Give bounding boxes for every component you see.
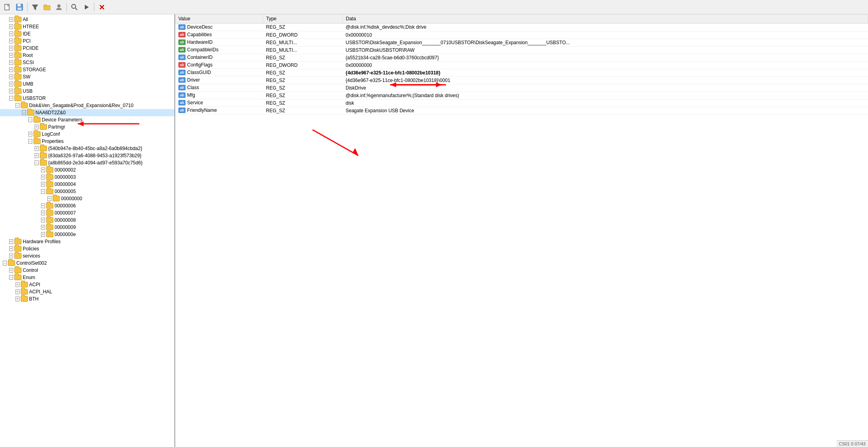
expander-umb[interactable] bbox=[8, 81, 14, 87]
expander-n00000002[interactable] bbox=[40, 167, 46, 173]
expander-bth[interactable] bbox=[14, 296, 21, 302]
expander-n00000005[interactable] bbox=[40, 188, 46, 195]
tree-item-n00000004[interactable]: 00000004 bbox=[0, 181, 174, 188]
col-value[interactable]: Value bbox=[175, 14, 263, 23]
expander-n00000006[interactable] bbox=[40, 203, 46, 209]
tree-item-device-params[interactable]: Device Parameters bbox=[0, 116, 174, 123]
expander-policies[interactable] bbox=[8, 246, 14, 252]
expander-htree[interactable] bbox=[8, 23, 14, 30]
tree-item-n0000000e[interactable]: 0000000e bbox=[0, 231, 174, 238]
tree-item-prop2[interactable]: {83da6326-97a6-4088-9453-a1923f573b29} bbox=[0, 152, 174, 159]
tree-item-pciide[interactable]: PCIIDE bbox=[0, 45, 174, 52]
expander-device-params[interactable] bbox=[27, 117, 33, 123]
tree-item-hardware-profiles[interactable]: Hardware Profiles bbox=[0, 238, 174, 245]
tree-item-properties[interactable]: Properties bbox=[0, 138, 174, 145]
expander-n0000000e[interactable] bbox=[40, 231, 46, 238]
expander-hardware-profiles[interactable] bbox=[8, 238, 14, 245]
col-type[interactable]: Type bbox=[263, 14, 342, 23]
tree-item-control[interactable]: Control bbox=[0, 267, 174, 274]
tree-item-pci[interactable]: PCI bbox=[0, 37, 174, 45]
expander-acpi-hal[interactable] bbox=[14, 289, 21, 295]
tree-item-storage[interactable]: STORAGE bbox=[0, 66, 174, 73]
expander-prop3[interactable] bbox=[33, 160, 40, 166]
toolbar-search-btn[interactable] bbox=[69, 2, 80, 12]
expander-properties[interactable] bbox=[27, 138, 33, 144]
expander-services[interactable] bbox=[8, 253, 14, 259]
expander-n00000004[interactable] bbox=[40, 181, 46, 187]
expander-n00000003[interactable] bbox=[40, 174, 46, 180]
tree-item-n00000005[interactable]: 00000005 bbox=[0, 188, 174, 195]
expander-logconf[interactable] bbox=[27, 131, 33, 137]
table-row-2[interactable]: abHardwareIDREG_MULTI...USBSTOR\DiskSeag… bbox=[175, 39, 868, 46]
toolbar-settings-btn[interactable] bbox=[97, 2, 107, 12]
tree-item-logconf[interactable]: LogConf bbox=[0, 131, 174, 138]
tree-item-n00000006[interactable]: 00000006 bbox=[0, 202, 174, 209]
tree-item-n00000002[interactable]: 00000002 bbox=[0, 166, 174, 174]
tree-item-controlset002[interactable]: ControlSet002 bbox=[0, 260, 174, 267]
tree-item-all[interactable]: All bbox=[0, 16, 174, 23]
tree-item-n00000003[interactable]: 00000003 bbox=[0, 174, 174, 181]
expander-n000000000[interactable] bbox=[46, 195, 53, 202]
tree-item-root[interactable]: Root bbox=[0, 52, 174, 59]
expander-control[interactable] bbox=[8, 267, 14, 273]
table-row-6[interactable]: abClassGUIDREG_SZ{4d36e967-e325-11ce-bfc… bbox=[175, 69, 868, 76]
table-row-8[interactable]: abClassREG_SZDiskDrive bbox=[175, 84, 868, 92]
expander-root[interactable] bbox=[8, 52, 14, 59]
expander-enum[interactable] bbox=[8, 274, 14, 281]
expander-ide[interactable] bbox=[8, 31, 14, 37]
expander-all[interactable] bbox=[8, 16, 14, 23]
expander-n00000007[interactable] bbox=[40, 210, 46, 216]
expander-scsi[interactable] bbox=[8, 59, 14, 66]
toolbar-user-btn[interactable] bbox=[54, 2, 64, 12]
tree-item-n00000009[interactable]: 00000009 bbox=[0, 224, 174, 231]
tree-item-services[interactable]: services bbox=[0, 252, 174, 260]
toolbar-filter-btn[interactable] bbox=[30, 2, 40, 12]
expander-disk-ven[interactable] bbox=[14, 102, 21, 109]
tree-item-enum[interactable]: Enum bbox=[0, 274, 174, 281]
expander-prop2[interactable] bbox=[33, 152, 40, 159]
tree-item-htree[interactable]: HTREE bbox=[0, 23, 174, 30]
table-row-11[interactable]: abFriendlyNameREG_SZSeagate Expansion US… bbox=[175, 107, 868, 114]
tree-item-scsi[interactable]: SCSI bbox=[0, 59, 174, 66]
expander-n00000008[interactable] bbox=[40, 217, 46, 223]
tree-item-usb[interactable]: USB bbox=[0, 88, 174, 95]
toolbar-new-btn[interactable] bbox=[2, 2, 13, 12]
toolbar-forward-btn[interactable] bbox=[81, 2, 92, 12]
tree-item-ide[interactable]: IDE bbox=[0, 30, 174, 37]
tree-item-bth[interactable]: BTH bbox=[0, 295, 174, 303]
tree-item-partmgr[interactable]: Partmgr bbox=[0, 123, 174, 131]
tree-item-n00000008[interactable]: 00000008 bbox=[0, 217, 174, 224]
expander-usbstor[interactable] bbox=[8, 95, 14, 102]
tree-item-prop3[interactable]: {a8b865dd-2e3d-4094-ad97-e593a70c75d6} bbox=[0, 159, 174, 166]
expander-storage[interactable] bbox=[8, 66, 14, 73]
tree-item-n00000007[interactable]: 00000007 bbox=[0, 209, 174, 217]
tree-item-sw[interactable]: SW bbox=[0, 73, 174, 80]
tree-item-naa6dt2z80[interactable]: NAA6DT2Z&0 bbox=[0, 109, 174, 116]
table-row-10[interactable]: abServiceREG_SZdisk bbox=[175, 99, 868, 107]
tree-item-acpi[interactable]: ACPI bbox=[0, 281, 174, 288]
expander-acpi[interactable] bbox=[14, 281, 21, 288]
expander-usb[interactable] bbox=[8, 88, 14, 94]
table-row-4[interactable]: abContainerIDREG_SZ{a5521b34-ca28-5cae-b… bbox=[175, 54, 868, 61]
table-row-9[interactable]: abMfgREG_SZ@disk.inf,%genmanufacturer%;(… bbox=[175, 92, 868, 99]
table-row-5[interactable]: abConfigFlagsREG_DWORD0x00000000 bbox=[175, 61, 868, 69]
tree-panel[interactable]: AllHTREEIDEPCIPCIIDERootSCSISTORAGESWUMB… bbox=[0, 14, 175, 447]
tree-item-n000000000[interactable]: 00000000 bbox=[0, 195, 174, 202]
tree-item-prop1[interactable]: {540b947e-8b40-45bc-a8a2-6a0b894cbda2} bbox=[0, 145, 174, 152]
expander-sw[interactable] bbox=[8, 74, 14, 80]
expander-n00000009[interactable] bbox=[40, 224, 46, 230]
col-data[interactable]: Data bbox=[342, 14, 868, 23]
toolbar-folder-btn[interactable] bbox=[42, 2, 52, 12]
tree-item-acpi-hal[interactable]: ACPI_HAL bbox=[0, 288, 174, 295]
table-row-3[interactable]: abCompatibleIDsREG_MULTI...USBSTOR\DiskU… bbox=[175, 46, 868, 54]
expander-prop1[interactable] bbox=[33, 145, 40, 152]
tree-item-policies[interactable]: Policies bbox=[0, 245, 174, 252]
expander-naa6dt2z80[interactable] bbox=[21, 109, 27, 116]
expander-pciide[interactable] bbox=[8, 45, 14, 51]
table-row-0[interactable]: abDeviceDescREG_SZ@disk.inf,%disk_devdes… bbox=[175, 23, 868, 31]
table-row-1[interactable]: abCapabilitiesREG_DWORD0x00000010 bbox=[175, 31, 868, 39]
expander-pci[interactable] bbox=[8, 38, 14, 44]
tree-item-disk-ven[interactable]: Disk&Ven_Seagate&Prod_Expansion&Rev_0710 bbox=[0, 102, 174, 109]
tree-item-umb[interactable]: UMB bbox=[0, 80, 174, 88]
expander-controlset002[interactable] bbox=[2, 260, 8, 266]
